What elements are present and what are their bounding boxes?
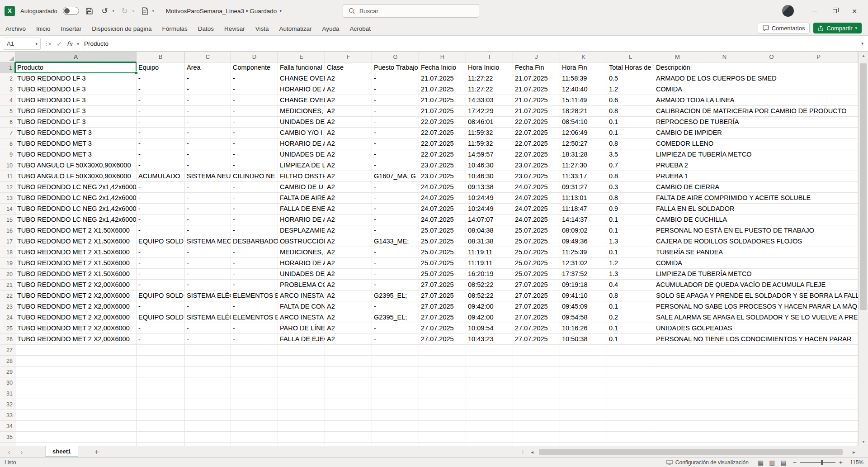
cell-A22[interactable]: TUBO REDONDO MET 2 X2,00X6000 bbox=[15, 291, 137, 301]
cell-M6[interactable]: REPROCESO DE TUBERÍA bbox=[654, 117, 701, 128]
cell-K3[interactable]: 12:40:40 bbox=[560, 84, 607, 95]
cell-M23[interactable]: PERSONAL NO SABE LOS PROCESOS Y HACEN PA… bbox=[654, 301, 701, 312]
cell-D8[interactable]: - bbox=[231, 138, 278, 149]
cell-F2[interactable]: A2 bbox=[325, 73, 372, 84]
cell-partial-27[interactable] bbox=[842, 345, 858, 356]
cell-A18[interactable]: TUBO REDONDO MET 2 X1.50X6000 bbox=[15, 247, 137, 258]
cell-I6[interactable]: 08:46:01 bbox=[466, 117, 513, 128]
row-header-15[interactable]: 15 bbox=[0, 214, 15, 225]
cell-K26[interactable]: 10:50:38 bbox=[560, 334, 607, 345]
cell-A11[interactable]: TUBO ANGULO LF 50X30X0,90X6000 bbox=[15, 171, 137, 182]
cell-D24[interactable]: ELEMENTOS E bbox=[231, 312, 278, 323]
cell-H19[interactable]: 25.07.2025 bbox=[419, 258, 466, 269]
cell-N32[interactable] bbox=[701, 399, 748, 410]
page-break-view-icon[interactable]: ▤ bbox=[780, 459, 786, 466]
cell-C16[interactable]: - bbox=[185, 225, 231, 236]
cell-K32[interactable] bbox=[560, 399, 607, 410]
cell-C20[interactable]: - bbox=[185, 269, 231, 280]
cell-H33[interactable] bbox=[419, 410, 466, 421]
share-button[interactable]: Compartir ▾ bbox=[813, 23, 862, 33]
minimize-button[interactable] bbox=[805, 0, 825, 22]
cell-G7[interactable]: - bbox=[372, 128, 419, 138]
cell-G29[interactable] bbox=[372, 367, 419, 377]
menu-vista[interactable]: Vista bbox=[255, 25, 269, 32]
quick-print-icon[interactable] bbox=[140, 5, 150, 17]
cell-P11[interactable] bbox=[795, 171, 842, 182]
expand-formula-bar-icon[interactable]: ▾ bbox=[861, 41, 863, 46]
cell-L12[interactable]: 0.3 bbox=[607, 182, 654, 193]
cell-O29[interactable] bbox=[748, 367, 795, 377]
cell-H10[interactable]: 23.07.2025 bbox=[419, 160, 466, 171]
cell-A28[interactable] bbox=[15, 356, 137, 367]
cell-K13[interactable]: 11:13:01 bbox=[560, 193, 607, 204]
cell-P19[interactable] bbox=[795, 258, 842, 269]
cell-G20[interactable]: - bbox=[372, 269, 419, 280]
cell-F34[interactable] bbox=[325, 421, 372, 432]
cell-B32[interactable] bbox=[137, 399, 185, 410]
cell-B31[interactable] bbox=[137, 388, 185, 399]
cell-O18[interactable] bbox=[748, 247, 795, 258]
cell-F26[interactable]: A2 bbox=[325, 334, 372, 345]
col-header-P[interactable]: P bbox=[795, 52, 842, 62]
cell-E27[interactable] bbox=[278, 345, 325, 356]
cell-partial-1[interactable] bbox=[842, 62, 858, 73]
cell-partial-9[interactable] bbox=[842, 149, 858, 160]
cell-B26[interactable]: - bbox=[137, 334, 185, 345]
cell-D36[interactable] bbox=[231, 443, 278, 446]
cell-O7[interactable] bbox=[748, 128, 795, 138]
cell-G16[interactable]: - bbox=[372, 225, 419, 236]
cell-K22[interactable]: 09:41:10 bbox=[560, 291, 607, 301]
cell-P28[interactable] bbox=[795, 356, 842, 367]
row-header-1[interactable]: 1 bbox=[0, 62, 15, 73]
undo-icon[interactable]: ↺ bbox=[100, 5, 110, 17]
cell-C2[interactable]: - bbox=[185, 73, 231, 84]
cell-partial-4[interactable] bbox=[842, 95, 858, 106]
cell-H18[interactable]: 25.07.2025 bbox=[419, 247, 466, 258]
cell-F17[interactable]: A2 bbox=[325, 236, 372, 247]
cell-J13[interactable]: 24.07.2025 bbox=[513, 193, 560, 204]
cell-D5[interactable]: - bbox=[231, 106, 278, 117]
cell-M2[interactable]: ARMADO DE LOS CUERPOS DE SMED bbox=[654, 73, 701, 84]
cell-O4[interactable] bbox=[748, 95, 795, 106]
cell-partial-16[interactable] bbox=[842, 225, 858, 236]
cell-E33[interactable] bbox=[278, 410, 325, 421]
cell-H32[interactable] bbox=[419, 399, 466, 410]
confirm-entry-icon[interactable]: ✓ bbox=[57, 40, 62, 48]
cell-F9[interactable]: A2 bbox=[325, 149, 372, 160]
cell-J35[interactable] bbox=[513, 432, 560, 443]
cell-F11[interactable]: A2 bbox=[325, 171, 372, 182]
cell-C9[interactable]: - bbox=[185, 149, 231, 160]
cell-N3[interactable] bbox=[701, 84, 748, 95]
cell-partial-28[interactable] bbox=[842, 356, 858, 367]
cell-partial-6[interactable] bbox=[842, 117, 858, 128]
cell-J30[interactable] bbox=[513, 377, 560, 388]
cell-L17[interactable]: 1.3 bbox=[607, 236, 654, 247]
account-avatar[interactable] bbox=[782, 5, 794, 17]
cell-O8[interactable] bbox=[748, 138, 795, 149]
cell-partial-13[interactable] bbox=[842, 193, 858, 204]
cell-B33[interactable] bbox=[137, 410, 185, 421]
cell-E24[interactable]: ARCO INESTA bbox=[278, 312, 325, 323]
cell-E32[interactable] bbox=[278, 399, 325, 410]
cell-J15[interactable]: 24.07.2025 bbox=[513, 214, 560, 225]
cell-J29[interactable] bbox=[513, 367, 560, 377]
cell-L23[interactable]: 0.1 bbox=[607, 301, 654, 312]
cell-G4[interactable]: - bbox=[372, 95, 419, 106]
cell-J3[interactable]: 21.07.2025 bbox=[513, 84, 560, 95]
cell-H16[interactable]: 25.07.2025 bbox=[419, 225, 466, 236]
next-sheet-icon[interactable]: › bbox=[16, 446, 27, 457]
save-icon[interactable] bbox=[85, 5, 94, 17]
restore-button[interactable] bbox=[825, 0, 844, 22]
cell-H35[interactable] bbox=[419, 432, 466, 443]
cell-J8[interactable]: 22.07.2025 bbox=[513, 138, 560, 149]
cell-B19[interactable]: - bbox=[137, 258, 185, 269]
page-layout-view-icon[interactable]: ▥ bbox=[769, 459, 775, 466]
cell-O6[interactable] bbox=[748, 117, 795, 128]
cell-E22[interactable]: ARCO INESTA bbox=[278, 291, 325, 301]
cell-C35[interactable] bbox=[185, 432, 231, 443]
cell-K35[interactable] bbox=[560, 432, 607, 443]
cell-D13[interactable]: - bbox=[231, 193, 278, 204]
cell-F19[interactable]: A2 bbox=[325, 258, 372, 269]
cell-C7[interactable]: - bbox=[185, 128, 231, 138]
cell-H36[interactable] bbox=[419, 443, 466, 446]
